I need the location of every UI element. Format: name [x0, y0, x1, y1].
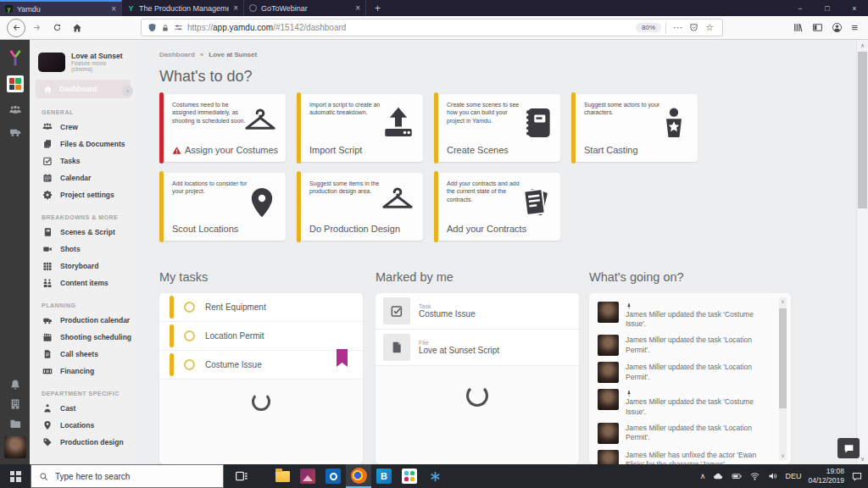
file-explorer-icon[interactable] [270, 464, 295, 488]
sidebar-item-dashboard[interactable]: Dashboard [36, 80, 131, 98]
forward-button[interactable] [27, 19, 46, 37]
window-restore-button[interactable]: □ [814, 0, 841, 16]
media-app-icon[interactable] [295, 464, 320, 488]
library-icon[interactable] [793, 22, 804, 33]
tracking-shield-icon[interactable] [147, 23, 157, 32]
action-center-icon[interactable] [851, 471, 863, 482]
card-add-contracts[interactable]: Add your contracts and add the current s… [434, 173, 560, 241]
pocket-icon[interactable] [689, 23, 698, 32]
task-view-button[interactable] [229, 464, 254, 488]
permissions-icon[interactable] [174, 23, 183, 32]
outlook-icon[interactable] [320, 464, 346, 488]
url-text[interactable]: https://app.yamdu.com/#15142/dashboard [187, 23, 632, 32]
window-minimize-button[interactable]: − [787, 0, 814, 16]
card-import-script[interactable]: Import a script to create an automatic b… [297, 94, 423, 162]
lock-icon[interactable] [161, 24, 170, 32]
yamdu-logo-icon[interactable] [7, 49, 23, 67]
sidebar-item-production-calendar[interactable]: Production calendar [30, 312, 136, 329]
sidebar-item-production-design[interactable]: Production design [30, 434, 136, 451]
start-button[interactable] [0, 464, 31, 488]
card-create-scenes[interactable]: Create some scenes to see how you can bu… [434, 94, 560, 162]
project-shortcut-icon[interactable] [7, 75, 24, 92]
sidebar-item-shooting-scheduling[interactable]: Shooting scheduling [30, 329, 136, 346]
battery-icon[interactable] [731, 471, 743, 481]
page-actions-icon[interactable]: ⋯ [670, 22, 685, 33]
onedrive-cloud-icon[interactable] [712, 471, 724, 481]
feed-item[interactable]: James Miller updated the task 'Location … [598, 335, 769, 356]
sidebar-item-shots[interactable]: Shots [30, 241, 136, 258]
projects-folder-icon[interactable] [9, 418, 21, 430]
task-row-costume-issue[interactable]: Costume Issue [159, 351, 363, 380]
sidebar-item-tasks[interactable]: Tasks [30, 152, 136, 169]
scroll-up-icon[interactable]: ∧ [779, 297, 787, 306]
back-button[interactable] [7, 19, 25, 37]
tray-expand-icon[interactable]: ∧ [700, 472, 706, 480]
task-status-circle[interactable] [184, 302, 195, 313]
tab-close-icon[interactable]: × [233, 3, 238, 13]
project-header[interactable]: Love at Sunset Feature movie (cinema) [38, 52, 129, 72]
strip-crew-icon[interactable] [8, 104, 21, 117]
scroll-down-icon[interactable]: ∨ [779, 452, 787, 460]
feed-scrollbar[interactable]: ∧ ∨ [779, 297, 787, 460]
strip-production-icon[interactable] [8, 125, 21, 138]
card-production-design[interactable]: Suggest some items in the production des… [297, 173, 423, 241]
taskbar-clock[interactable]: 19:08 04/12/2019 [808, 467, 844, 485]
feed-item[interactable]: James Miller updated the task 'Costume I… [598, 302, 769, 329]
marked-item-file[interactable]: File Love at Sunset Script [376, 330, 579, 366]
feed-scrollbar-thumb[interactable] [779, 308, 787, 408]
feed-item[interactable]: James Miller updated the task 'Location … [598, 362, 769, 383]
zoom-level-badge[interactable]: 80% [636, 23, 661, 32]
task-row-location-permit[interactable]: Location Permit [159, 322, 363, 351]
sidebars-icon[interactable] [812, 22, 823, 33]
menu-icon[interactable]: ≡ [851, 21, 858, 34]
feed-item[interactable]: James Miller updated the task 'Costume I… [598, 389, 769, 416]
user-avatar[interactable] [4, 436, 26, 458]
bookmark-flag-icon[interactable] [337, 349, 348, 367]
marked-item-task[interactable]: Task Costume Issue [376, 293, 579, 330]
bing-app-icon[interactable]: B [371, 464, 397, 488]
page-scrollbar[interactable]: ∧ ∨ [856, 40, 868, 464]
task-row-rent-equipment[interactable]: Rent Equipment [159, 293, 363, 322]
feed-item[interactable]: James Miller updated the task 'Location … [598, 423, 769, 444]
bookmark-star-icon[interactable]: ☆ [703, 22, 716, 33]
new-tab-button[interactable]: + [366, 0, 389, 16]
sidebar-item-financing[interactable]: Financing [30, 363, 136, 380]
company-icon[interactable] [9, 398, 21, 410]
tab-production-management[interactable]: Y The Production Management S × [122, 0, 244, 16]
sidebar-item-call-sheets[interactable]: Call sheets [30, 346, 136, 363]
window-close-button[interactable]: × [841, 0, 868, 16]
notifications-bell-icon[interactable] [9, 379, 21, 391]
sidebar-collapse-button[interactable]: ‹ [122, 86, 133, 97]
breadcrumb-dashboard[interactable]: Dashboard [159, 51, 195, 58]
url-bar[interactable]: https://app.yamdu.com/#15142/dashboard 8… [141, 19, 723, 36]
task-status-circle[interactable] [184, 359, 195, 370]
sidebar-item-storyboard[interactable]: Storyboard [30, 258, 136, 274]
feed-item[interactable]: James Miller has unfixed the actor 'Ewan… [598, 450, 769, 464]
sidebar-item-calendar[interactable]: Calendar [30, 169, 136, 186]
wifi-icon[interactable] [749, 471, 760, 481]
tab-close-icon[interactable]: × [355, 3, 360, 13]
sidebar-item-cast[interactable]: Cast [30, 400, 136, 417]
chat-button[interactable] [837, 438, 860, 458]
reload-button[interactable] [47, 19, 66, 37]
tab-gotowebinar[interactable]: GoToWebinar × [244, 0, 366, 16]
tab-close-icon[interactable]: × [111, 4, 116, 14]
home-button[interactable] [68, 19, 86, 37]
account-icon[interactable] [832, 22, 843, 33]
tab-yamdu[interactable]: y Yamdu × [0, 0, 122, 16]
firefox-icon[interactable] [346, 464, 371, 488]
keyboard-language[interactable]: DEU [785, 472, 801, 480]
scroll-up-icon[interactable]: ∧ [857, 40, 868, 51]
sidebar-item-files-documents[interactable]: Files & Documents [30, 136, 136, 152]
card-scout-locations[interactable]: Add locations to consider for your proje… [159, 173, 286, 241]
teams-app-icon[interactable] [422, 464, 448, 488]
card-start-casting[interactable]: Suggest some actors to your characters. … [571, 94, 698, 162]
task-status-circle[interactable] [184, 330, 195, 341]
sidebar-item-scenes-script[interactable]: Scenes & Script [30, 224, 136, 241]
card-assign-costumes[interactable]: Costumes need to be assigned immediately… [159, 94, 286, 162]
volume-icon[interactable] [767, 471, 778, 481]
slack-icon[interactable] [397, 464, 422, 488]
page-scrollbar-thumb[interactable] [858, 52, 867, 208]
sidebar-item-content-items[interactable]: Content items [30, 274, 136, 291]
sidebar-item-locations[interactable]: Locations [30, 417, 136, 434]
